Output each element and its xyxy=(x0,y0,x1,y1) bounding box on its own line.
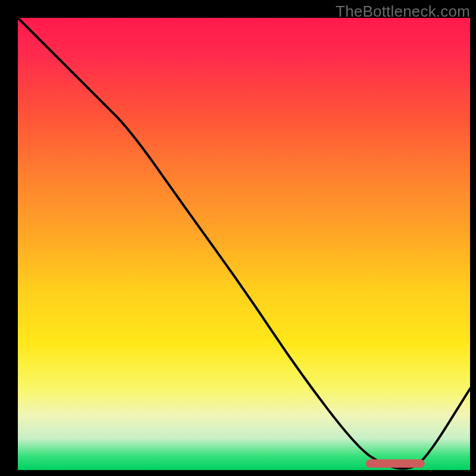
bottleneck-curve xyxy=(18,18,470,470)
optimal-range-marker xyxy=(366,459,425,468)
bottleneck-chart xyxy=(18,18,470,470)
